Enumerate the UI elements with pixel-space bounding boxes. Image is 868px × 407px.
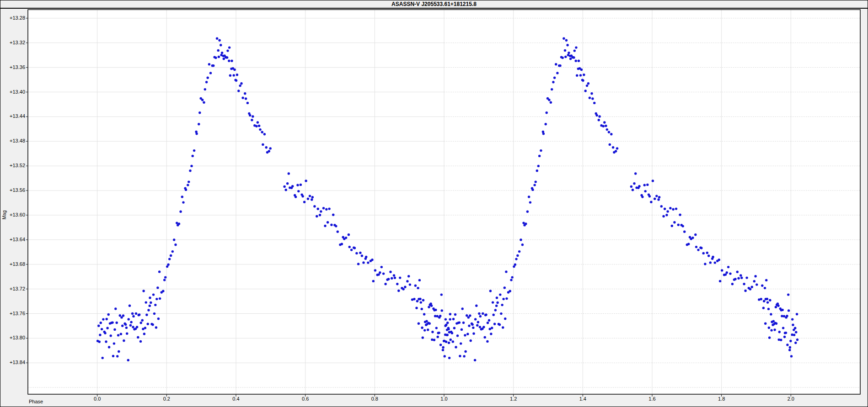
y-tick-label: +13.52	[0, 163, 25, 169]
y-tick-label: +13.64	[0, 237, 25, 243]
y-tick-label: +13.44	[0, 113, 25, 119]
x-tick-label: 1.0	[434, 396, 454, 402]
x-tick-label: 1.2	[504, 396, 524, 402]
x-tick-label: 1.4	[573, 396, 593, 402]
y-tick-label: +13.76	[0, 311, 25, 317]
y-tick-label: +13.80	[0, 335, 25, 341]
x-tick-label: 1.6	[642, 396, 662, 402]
x-tick-label: 1.8	[712, 396, 732, 402]
y-tick-label: +13.36	[0, 64, 25, 70]
x-axis-label: Phase	[29, 399, 43, 404]
y-tick-label: +13.48	[0, 138, 25, 144]
y-tick-label: +13.56	[0, 187, 25, 193]
y-tick-label: +13.28	[0, 15, 25, 21]
chart-title: ASASSN-V J205533.61+181215.8	[391, 1, 477, 7]
y-tick-label: +13.60	[0, 212, 25, 218]
title-bar: ASASSN-V J205533.61+181215.8	[0, 0, 868, 9]
y-tick-label: +13.72	[0, 286, 25, 292]
y-tick-label: +13.32	[0, 40, 25, 46]
y-tick-label: +13.68	[0, 261, 25, 267]
chart-window: ASASSN-V J205533.61+181215.8 Mag Phase +…	[0, 0, 868, 407]
x-tick-label: 0.2	[156, 396, 177, 402]
y-tick-label: +13.84	[0, 359, 25, 365]
x-tick-label: 0.6	[295, 396, 316, 402]
y-tick-label: +13.40	[0, 89, 25, 95]
light-curve-plot	[0, 0, 868, 407]
x-tick-label: 2.0	[781, 396, 801, 402]
x-tick-label: 0.0	[87, 396, 107, 402]
x-tick-label: 0.8	[364, 396, 385, 402]
x-tick-label: 0.4	[226, 396, 246, 402]
